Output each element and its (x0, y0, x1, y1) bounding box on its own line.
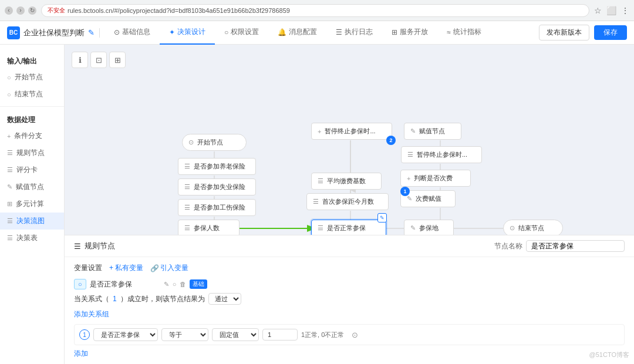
sidebar: 输入/输出 ○ 开始节点 ○ 结束节点 数据处理 + 条件分支 ☰ 规则节点 ☰… (0, 45, 65, 364)
tab-exec-log[interactable]: ☰ 执行日志 (326, 21, 382, 45)
stats-icon: ≈ (447, 28, 451, 36)
suspend1-node[interactable]: + 暂停终止参保时... (311, 123, 392, 140)
var-tag: ○ (74, 279, 86, 289)
browser-controls: ‹ › ↻ (5, 6, 36, 15)
start-node[interactable]: ⊙ 开始节点 (182, 134, 247, 151)
tab-basic[interactable]: ⊙ 基础信息 (104, 21, 160, 45)
menu-icon[interactable]: ⋮ (621, 6, 629, 15)
add-relation-link[interactable]: 添加关系组 (74, 309, 625, 319)
judge-overdue-label: 判断是否次费 (414, 174, 453, 183)
insured-count-node[interactable]: ☰ 参保人数 (178, 220, 240, 235)
first-insure-label: 首次参保距今月数 (322, 197, 374, 206)
sidebar-item-score-card[interactable]: ☰ 评分卡 (0, 161, 64, 178)
security-warning: 不安全 (48, 6, 65, 15)
assign1-icon: ✎ (410, 127, 416, 135)
service-icon: ⊞ (392, 28, 397, 36)
panel-rule-icon: ☰ (74, 242, 81, 251)
insure-place-node[interactable]: ✎ 参保地 (404, 220, 454, 235)
tab-permission[interactable]: ○ 权限设置 (215, 21, 268, 45)
condition-type-select[interactable]: 固定值 变量 (212, 328, 259, 341)
bottom-panel: ☰ 规则节点 节点名称 变量设置 + 私有变量 🔗 引入变量 (65, 235, 634, 364)
star-icon[interactable]: ☆ (594, 6, 602, 15)
add-condition-btn[interactable]: 添加 (74, 349, 625, 359)
suspend2-icon: ☰ (407, 151, 413, 159)
sidebar-item-end-node[interactable]: ○ 结束节点 (0, 86, 64, 103)
var-basic-badge: 基础 (190, 279, 207, 289)
suspend2-label: 暂停终止参保时... (417, 150, 467, 159)
condition-branch-icon: + (7, 133, 11, 140)
avg-expense-label: 平均缴费基数 (327, 177, 366, 186)
tab-service[interactable]: ⊞ 服务开放 (382, 21, 437, 45)
condition-field-select[interactable]: 是否正常参保 (93, 328, 158, 341)
browser-icons: ☆ ⬜ ⋮ (594, 6, 629, 15)
forward-button[interactable]: › (16, 6, 25, 15)
condition-delete-icon[interactable]: ⊙ (352, 331, 358, 339)
injury-icon: ☰ (184, 204, 190, 211)
import-var-link[interactable]: 🔗 引入变量 (150, 263, 188, 273)
var-label: 变量设置 (74, 263, 102, 273)
pension-node[interactable]: ☰ 是否参加养老保险 (178, 158, 256, 175)
assign1-node[interactable]: ✎ 赋值节点 (404, 123, 461, 140)
condition-value-input[interactable] (262, 329, 298, 341)
fit-tool-button[interactable]: ⊞ (109, 52, 126, 68)
condition-operator-select[interactable]: 等于 不等于 大于 小于 (161, 328, 208, 341)
var-edit-icon[interactable]: ✎ (164, 281, 169, 288)
address-bar[interactable]: 不安全 rules.bctools.cn/#/policyprojectadd?… (41, 4, 589, 17)
url-text: rules.bctools.cn/#/policyprojectadd?id=b… (68, 7, 290, 14)
tab-stats[interactable]: ≈ 统计指标 (437, 21, 491, 45)
decision-icon: ✦ (169, 28, 175, 36)
window-icon[interactable]: ⬜ (606, 6, 616, 15)
execlog-icon: ☰ (336, 28, 342, 36)
publish-button[interactable]: 发布新版本 (539, 25, 589, 41)
normal-insure-node[interactable]: ☰ 是否正常参保 ✎ (311, 220, 386, 235)
assign1-label: 赋值节点 (419, 127, 445, 136)
sidebar-divider (0, 106, 64, 107)
avg-expense-icon: ☰ (318, 177, 323, 185)
sidebar-item-multi-calc[interactable]: ⊞ 多元计算 (0, 196, 64, 213)
normal-insure-icon: ☰ (318, 224, 323, 232)
node-edit-icon[interactable]: ✎ (377, 213, 387, 223)
injury-node[interactable]: ☰ 是否参加工伤保险 (178, 199, 256, 216)
medical-node[interactable]: ☰ 是否参加失业保险 (178, 178, 256, 196)
notification-icon: 🔔 (278, 28, 286, 36)
badge-2: 1 (400, 187, 410, 196)
app-logo: BC 企业社保模型判断 ✎ (7, 26, 95, 39)
sidebar-item-start-node[interactable]: ○ 开始节点 (0, 69, 64, 86)
save-button[interactable]: 保存 (594, 25, 627, 40)
sidebar-item-rule-node[interactable]: ☰ 规则节点 (0, 144, 64, 161)
sidebar-item-assign-node[interactable]: ✎ 赋值节点 (0, 178, 64, 196)
back-button[interactable]: ‹ (5, 6, 13, 15)
info-tool-button[interactable]: ℹ (72, 52, 88, 68)
tab-decision[interactable]: ✦ 决策设计 (160, 21, 215, 45)
medical-icon: ☰ (184, 183, 190, 191)
reload-button[interactable]: ↻ (28, 6, 36, 15)
var-delete-icon[interactable]: 🗑 (180, 281, 186, 288)
var-view-icon[interactable]: ○ (173, 281, 177, 288)
main-layout: 输入/输出 ○ 开始节点 ○ 结束节点 数据处理 + 条件分支 ☰ 规则节点 ☰… (0, 45, 634, 364)
avg-expense-node[interactable]: ☰ 平均缴费基数 (311, 173, 382, 190)
suspend2-node[interactable]: ☰ 暂停终止参保时... (401, 146, 482, 163)
badge-1: 2 (386, 136, 396, 145)
judge-overdue-node[interactable]: + 判断是否次费 (400, 170, 471, 187)
nav-tabs: ⊙ 基础信息 ✦ 决策设计 ○ 权限设置 🔔 消息配置 ☰ 执行日志 ⊞ 服务开… (104, 21, 539, 45)
condition-text: 当关系式（ 1 ）成立时，则该节点结果为 通过 拒绝 审核 (74, 293, 625, 305)
pension-icon: ☰ (184, 163, 190, 170)
canvas-area[interactable]: ℹ ⊡ ⊞ (65, 45, 634, 235)
end-node-canvas[interactable]: ⊙ 结束节点 (503, 220, 563, 235)
layout-tool-button[interactable]: ⊡ (90, 52, 107, 68)
suspend1-label: 暂停终止参保时... (325, 127, 375, 136)
normal-insure-label: 是否正常参保 (327, 224, 366, 232)
edit-icon[interactable]: ✎ (88, 28, 95, 37)
condition-result-select[interactable]: 通过 拒绝 审核 (208, 293, 241, 305)
assign-node-icon: ✎ (7, 183, 12, 191)
tab-notification[interactable]: 🔔 消息配置 (268, 21, 326, 45)
panel-body: 变量设置 + 私有变量 🔗 引入变量 ○ 是否正常参保 ✎ ○ 🗑 基础 (65, 257, 634, 364)
start-node-label: 开始节点 (197, 138, 223, 147)
sidebar-item-condition-branch[interactable]: + 条件分支 (0, 127, 64, 144)
sidebar-item-decision-table[interactable]: ☰ 决策表 (0, 230, 64, 247)
add-private-var-link[interactable]: + 私有变量 (109, 263, 143, 273)
node-name-input[interactable] (526, 240, 625, 252)
first-insure-months-node[interactable]: ☰ 首次参保距今月数 (306, 193, 389, 210)
sidebar-item-decision-flow[interactable]: ☰ 决策流图 (0, 213, 64, 230)
injury-label: 是否参加工伤保险 (194, 203, 245, 212)
